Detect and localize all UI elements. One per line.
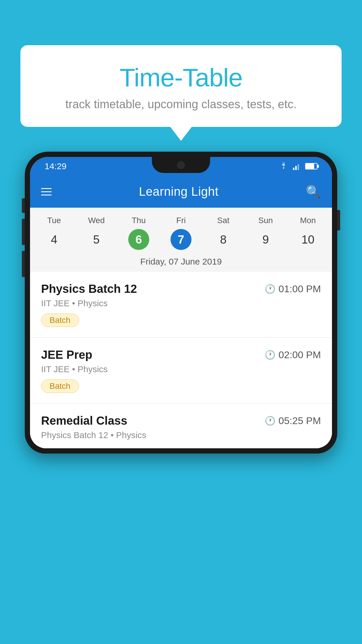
wifi-icon xyxy=(278,162,289,170)
phone-outer: 14:29 xyxy=(25,152,337,454)
phone-container: 14:29 xyxy=(25,152,337,644)
menu-icon[interactable] xyxy=(41,188,52,195)
class-time-2: 🕐 02:00 PM xyxy=(265,349,321,360)
class-item-3[interactable]: Remedial Class 🕐 05:25 PM Physics Batch … xyxy=(30,404,332,448)
class-time-1: 🕐 01:00 PM xyxy=(265,283,321,295)
date-8[interactable]: 8 xyxy=(202,229,245,250)
speech-bubble: Time-Table track timetable, upcoming cla… xyxy=(20,45,342,127)
selected-date-label: Friday, 07 June 2019 xyxy=(30,254,332,272)
class-row-top-3: Remedial Class 🕐 05:25 PM xyxy=(41,414,321,427)
class-subtitle-2: IIT JEE • Physics xyxy=(41,364,321,374)
day-header-tue: Tue xyxy=(33,214,75,228)
battery-icon xyxy=(305,163,317,169)
signal-icon xyxy=(293,162,301,170)
class-name-2: JEE Prep xyxy=(41,348,92,361)
app-bar: Learning Light 🔍 xyxy=(30,176,332,208)
date-5[interactable]: 5 xyxy=(75,229,117,250)
svg-rect-1 xyxy=(295,166,297,170)
silent-button xyxy=(22,198,25,213)
day-header-wed: Wed xyxy=(75,214,117,228)
power-button xyxy=(337,210,340,230)
date-10[interactable]: 10 xyxy=(287,229,329,250)
speech-bubble-container: Time-Table track timetable, upcoming cla… xyxy=(20,45,342,127)
class-name-3: Remedial Class xyxy=(41,414,127,427)
svg-rect-2 xyxy=(298,164,299,170)
volume-down-button xyxy=(22,251,25,277)
class-name-1: Physics Batch 12 xyxy=(41,282,137,295)
batch-tag-2: Batch xyxy=(41,379,79,393)
class-time-3: 🕐 05:25 PM xyxy=(265,415,321,426)
class-row-top-2: JEE Prep 🕐 02:00 PM xyxy=(41,348,321,361)
date-4[interactable]: 4 xyxy=(33,229,75,250)
date-9[interactable]: 9 xyxy=(245,229,287,250)
volume-up-button xyxy=(22,219,25,245)
day-numbers: 4 5 6 7 8 9 10 xyxy=(30,228,332,254)
calendar-week: Tue Wed Thu Fri Sat Sun Mon 4 5 6 7 8 9 … xyxy=(30,208,332,272)
phone-notch xyxy=(152,157,210,173)
status-time: 14:29 xyxy=(45,161,66,171)
class-row-top-1: Physics Batch 12 🕐 01:00 PM xyxy=(41,282,321,295)
day-header-sun: Sun xyxy=(245,214,287,228)
date-6-today[interactable]: 6 xyxy=(128,229,149,250)
status-icons xyxy=(278,162,317,170)
clock-icon-3: 🕐 xyxy=(265,416,275,426)
app-title: Learning Light xyxy=(139,185,218,199)
bubble-title: Time-Table xyxy=(38,63,324,92)
bubble-subtitle: track timetable, upcoming classes, tests… xyxy=(38,98,324,111)
day-header-sat: Sat xyxy=(202,214,245,228)
clock-icon-2: 🕐 xyxy=(265,350,275,360)
day-headers: Tue Wed Thu Fri Sat Sun Mon xyxy=(30,214,332,228)
svg-rect-0 xyxy=(293,168,294,170)
day-header-fri: Fri xyxy=(160,214,202,228)
class-subtitle-1: IIT JEE • Physics xyxy=(41,298,321,308)
phone-camera xyxy=(177,161,185,169)
clock-icon-1: 🕐 xyxy=(265,284,275,294)
class-list: Physics Batch 12 🕐 01:00 PM IIT JEE • Ph… xyxy=(30,272,332,448)
day-header-thu: Thu xyxy=(117,214,160,228)
batch-tag-1: Batch xyxy=(41,314,79,327)
phone-screen: 14:29 xyxy=(30,157,332,448)
class-item-1[interactable]: Physics Batch 12 🕐 01:00 PM IIT JEE • Ph… xyxy=(30,272,332,338)
date-7-selected[interactable]: 7 xyxy=(171,229,191,250)
class-subtitle-3: Physics Batch 12 • Physics xyxy=(41,430,321,440)
search-icon[interactable]: 🔍 xyxy=(306,185,321,199)
day-header-mon: Mon xyxy=(287,214,329,228)
class-item-2[interactable]: JEE Prep 🕐 02:00 PM IIT JEE • Physics Ba… xyxy=(30,338,332,404)
